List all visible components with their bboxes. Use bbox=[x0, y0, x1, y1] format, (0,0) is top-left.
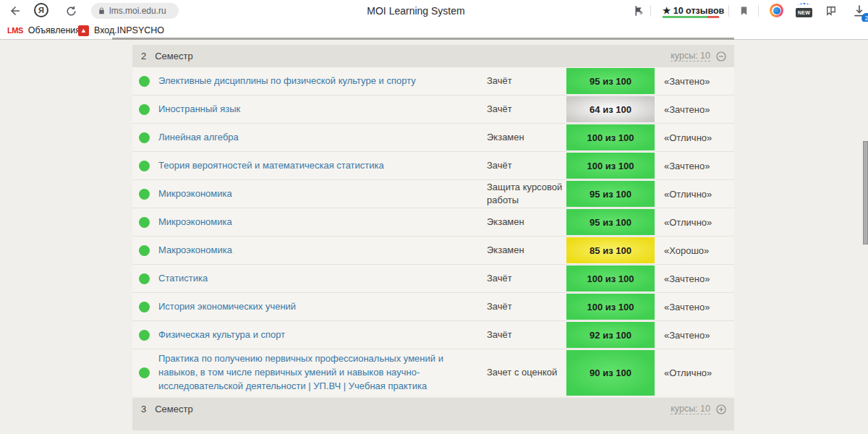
grade-text: «Зачтено» bbox=[655, 302, 734, 312]
semester-label: Семестр bbox=[155, 51, 192, 61]
extension-new-icon[interactable]: NEW bbox=[796, 3, 812, 18]
browser-toolbar: Я lms.moi.edu.ru MOI Learning System ★ 1… bbox=[0, 0, 868, 22]
toolbar-separator bbox=[758, 5, 759, 17]
score-badge: 100 из 100 bbox=[566, 265, 655, 292]
grade-text: «Зачтено» bbox=[655, 273, 734, 284]
course-link[interactable]: Макроэкономика bbox=[158, 241, 487, 260]
gradebook-table: 2 Семестр курсы: 10 Элективные дисциплин… bbox=[132, 45, 734, 430]
grade-text: «Хорошо» bbox=[655, 245, 734, 256]
extension-browser-icon[interactable] bbox=[770, 4, 783, 17]
bookmark-item-inpsycho[interactable]: ▲ Вход.INPSYCHO bbox=[78, 23, 164, 38]
bookmark-icon[interactable] bbox=[736, 3, 752, 19]
semester-number: 3 bbox=[141, 404, 146, 414]
table-row: Практика по получению первичных професси… bbox=[132, 349, 734, 396]
grade-text: «Отлично» bbox=[655, 367, 734, 378]
table-row: Иностранный язык Зачёт 64 из 100 «Зачтен… bbox=[132, 95, 734, 123]
assessment-type: Зачёт bbox=[487, 159, 566, 172]
status-dot-icon bbox=[139, 217, 150, 228]
grade-text: «Зачтено» bbox=[655, 104, 734, 115]
table-row: Микроэкономика Защита курсовой работы 95… bbox=[132, 179, 734, 208]
bookmark-label: Вход.INPSYCHO bbox=[94, 25, 164, 35]
toolbar-separator bbox=[650, 5, 651, 17]
table-row: Микроэкономика Экзамен 95 из 100 «Отличн… bbox=[132, 208, 734, 236]
course-link[interactable]: Статистика bbox=[158, 269, 487, 289]
score-badge: 95 из 100 bbox=[566, 68, 655, 94]
status-dot-icon bbox=[139, 76, 150, 87]
assessment-type: Зачет с оценкой bbox=[487, 366, 566, 379]
assessment-type: Экзамен bbox=[487, 131, 566, 144]
assessment-type: Зачёт bbox=[487, 75, 566, 88]
protect-flag-icon[interactable] bbox=[631, 3, 647, 19]
score-badge: 85 из 100 bbox=[566, 237, 655, 263]
grade-text: «Отлично» bbox=[655, 132, 734, 143]
status-dot-icon bbox=[139, 273, 150, 284]
address-bar[interactable]: lms.moi.edu.ru bbox=[91, 3, 179, 19]
status-dot-icon bbox=[139, 161, 150, 171]
status-dot-icon bbox=[139, 189, 150, 200]
reviews-label: ★ 10 отзывов bbox=[663, 5, 724, 16]
back-button[interactable] bbox=[7, 3, 23, 19]
yandex-icon[interactable]: Я bbox=[34, 3, 48, 17]
assessment-type: Экзамен bbox=[487, 244, 566, 257]
page-title: MOI Learning System bbox=[367, 0, 464, 22]
grade-text: «Отлично» bbox=[655, 189, 734, 200]
expand-icon[interactable] bbox=[715, 404, 727, 415]
status-dot-icon bbox=[139, 367, 150, 378]
score-badge: 95 из 100 bbox=[566, 181, 655, 207]
courses-count-link[interactable]: курсы: 10 bbox=[671, 51, 710, 61]
status-dot-icon bbox=[139, 104, 150, 115]
page-content: 2 Семестр курсы: 10 Элективные дисциплин… bbox=[0, 40, 868, 434]
course-link[interactable]: Теория вероятностей и математическая ста… bbox=[158, 156, 487, 176]
table-row: Статистика Зачёт 100 из 100 «Зачтено» bbox=[132, 264, 734, 292]
course-link[interactable]: Элективные дисциплины по физической куль… bbox=[158, 72, 487, 91]
toolbar-separator bbox=[728, 5, 729, 17]
score-badge: 100 из 100 bbox=[566, 294, 655, 320]
course-link[interactable]: Микроэкономика bbox=[158, 184, 487, 204]
score-badge: 100 из 100 bbox=[566, 153, 655, 179]
course-link[interactable]: Физическая культура и спорт bbox=[158, 326, 487, 345]
bookmark-item-lms[interactable]: LMS Объявления bbox=[7, 23, 80, 38]
course-link[interactable]: Микроэкономика bbox=[158, 213, 487, 232]
status-dot-icon bbox=[139, 330, 150, 341]
course-link[interactable]: Иностранный язык bbox=[158, 100, 487, 119]
course-link[interactable]: Линейная алгебра bbox=[158, 128, 487, 148]
table-row: Физическая культура и спорт Зачёт 92 из … bbox=[132, 320, 734, 349]
rows: Элективные дисциплины по физической куль… bbox=[132, 67, 734, 396]
new-badge: NEW bbox=[796, 8, 812, 17]
table-row: Теория вероятностей и математическая ста… bbox=[132, 151, 734, 179]
assessment-type: Зачёт bbox=[487, 300, 566, 313]
url-text: lms.moi.edu.ru bbox=[109, 6, 166, 16]
semester-footer: 3 Семестр курсы: 10 bbox=[132, 398, 734, 430]
inpsycho-favicon: ▲ bbox=[78, 25, 89, 36]
score-badge: 92 из 100 bbox=[566, 322, 655, 348]
assessment-type: Защита курсовой работы bbox=[487, 181, 566, 207]
collections-icon[interactable] bbox=[823, 3, 839, 19]
rating-bar bbox=[663, 16, 719, 18]
lms-favicon: LMS bbox=[7, 26, 23, 35]
downloads-button[interactable]: 2 bbox=[852, 4, 868, 20]
table-row: Макроэкономика Экзамен 85 из 100 «Хорошо… bbox=[132, 236, 734, 264]
table-row: Элективные дисциплины по физической куль… bbox=[132, 67, 734, 95]
assessment-type: Зачёт bbox=[487, 272, 566, 285]
semester-header: 2 Семестр курсы: 10 bbox=[132, 45, 734, 67]
score-badge: 90 из 100 bbox=[566, 350, 655, 396]
courses-count-link[interactable]: курсы: 10 bbox=[671, 404, 710, 414]
assessment-type: Экзамен bbox=[487, 216, 566, 229]
bookmark-label: Объявления bbox=[28, 25, 80, 35]
score-badge: 100 из 100 bbox=[566, 124, 655, 150]
score-badge: 64 из 100 bbox=[566, 96, 655, 122]
grade-text: «Зачтено» bbox=[655, 330, 734, 341]
table-row: История экономических учений Зачёт 100 и… bbox=[132, 292, 734, 320]
assessment-type: Зачёт bbox=[487, 103, 566, 116]
course-link[interactable]: История экономических учений bbox=[158, 297, 487, 317]
bookmarks-bar: LMS Объявления ▲ Вход.INPSYCHO bbox=[0, 22, 868, 39]
course-link[interactable]: Практика по получению первичных професси… bbox=[158, 349, 487, 396]
grade-text: «Отлично» bbox=[655, 217, 734, 228]
refresh-button[interactable] bbox=[63, 3, 79, 19]
lock-icon bbox=[98, 7, 106, 15]
collapse-icon[interactable] bbox=[715, 51, 727, 62]
semester-label: Семестр bbox=[155, 404, 192, 414]
site-reviews[interactable]: ★ 10 отзывов bbox=[663, 5, 724, 16]
vertical-scrollbar[interactable] bbox=[863, 141, 868, 244]
grade-text: «Зачтено» bbox=[655, 76, 734, 87]
